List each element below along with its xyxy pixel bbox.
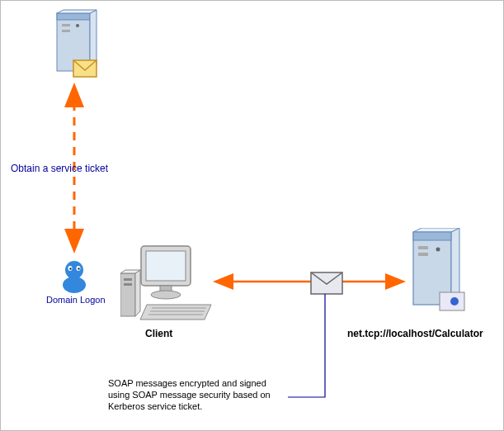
- server-with-folder-icon: [405, 228, 471, 319]
- svg-rect-27: [124, 283, 132, 286]
- server-top: [50, 9, 104, 91]
- server-with-envelope-icon: [50, 9, 104, 88]
- envelope-icon: [310, 272, 343, 295]
- envelope-on-wire: [310, 272, 343, 298]
- svg-point-14: [65, 261, 83, 279]
- svg-marker-36: [413, 228, 459, 232]
- svg-rect-20: [146, 251, 186, 281]
- svg-marker-28: [140, 305, 211, 320]
- svg-rect-38: [418, 246, 428, 249]
- svg-point-17: [69, 268, 71, 269]
- note-domain-logon: Domain Logon: [46, 295, 106, 305]
- svg-marker-24: [135, 270, 140, 316]
- label-server-url: net.tcp://localhost/Calculator: [347, 328, 483, 339]
- note-soap-l1: SOAP messages encrypted and signed: [108, 377, 290, 389]
- svg-rect-37: [413, 232, 451, 240]
- desktop-pc-icon: [120, 242, 219, 324]
- note-service-ticket: Obtain a service ticket: [11, 163, 108, 174]
- svg-point-42: [450, 297, 459, 305]
- note-soap-l3: Kerberos service ticket.: [108, 400, 290, 412]
- svg-rect-39: [418, 253, 428, 256]
- server-right: [405, 228, 471, 322]
- svg-rect-6: [62, 24, 70, 26]
- svg-rect-26: [124, 278, 132, 281]
- user-icon-wrap: [59, 257, 90, 297]
- client-pc: [120, 242, 219, 328]
- user-icon: [59, 257, 90, 294]
- label-client: Client: [145, 328, 172, 339]
- svg-point-18: [78, 268, 79, 269]
- note-soap-block: SOAP messages encrypted and signed using…: [108, 377, 290, 412]
- svg-point-40: [436, 248, 440, 252]
- svg-rect-7: [62, 30, 70, 32]
- note-soap-l2: using SOAP message security based on: [108, 389, 290, 400]
- svg-point-22: [151, 291, 181, 299]
- svg-rect-1: [57, 13, 90, 20]
- svg-marker-5: [57, 10, 97, 13]
- svg-point-8: [76, 24, 79, 27]
